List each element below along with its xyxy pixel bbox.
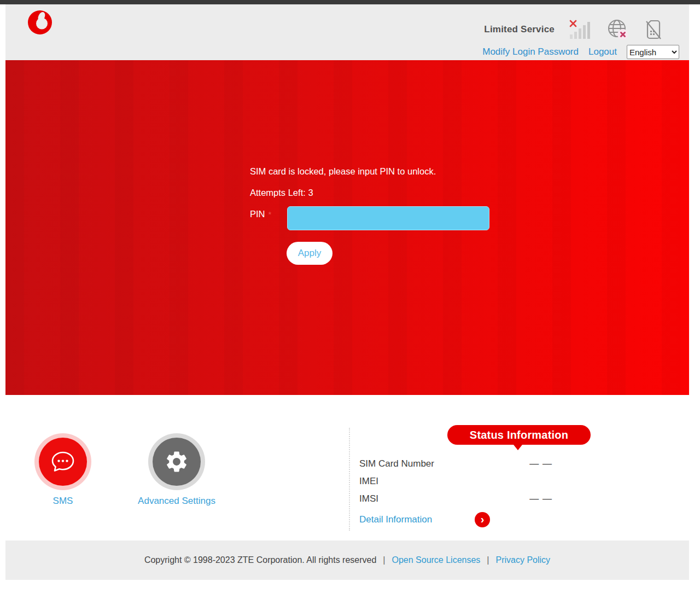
privacy-policy-link[interactable]: Privacy Policy (496, 555, 551, 565)
status-row-imei: IMEI (359, 473, 552, 490)
sms-chat-bubble-icon (49, 447, 77, 476)
attempts-left-text: Attempts Left: 3 (250, 188, 313, 198)
router-admin-page: Limited Service (0, 0, 700, 593)
advanced-settings-shortcut-label[interactable]: Advanced Settings (138, 496, 215, 507)
sms-shortcut-button[interactable] (39, 438, 87, 486)
required-marker: * (269, 210, 272, 219)
footer-separator: | (487, 555, 489, 565)
section-divider (349, 428, 350, 531)
detail-information-arrow-button[interactable]: › (475, 512, 490, 527)
copyright-text: Copyright © 1998-2023 ZTE Corporation. A… (144, 555, 376, 565)
sms-shortcut-label[interactable]: SMS (53, 496, 73, 507)
open-source-licenses-link[interactable]: Open Source Licenses (392, 555, 480, 565)
status-info-list: SIM Card Number — — IMEI IMSI — — (359, 455, 552, 508)
header: Limited Service (5, 4, 689, 60)
status-pill-pointer (514, 445, 522, 450)
apply-button[interactable]: Apply (287, 242, 332, 265)
sim-locked-message: SIM card is locked, please input PIN to … (250, 166, 436, 177)
sim-lock-banner: SIM card is locked, please input PIN to … (5, 60, 689, 395)
chevron-right-icon: › (481, 514, 485, 525)
network-status-text: Limited Service (484, 24, 555, 35)
connection-status-area: Limited Service (484, 16, 663, 43)
page-container: Limited Service (5, 4, 689, 593)
status-row-label: IMEI (359, 476, 378, 487)
status-row-imsi: IMSI — — (359, 490, 552, 508)
settings-gear-icon (164, 449, 189, 474)
vodafone-logo (27, 10, 52, 35)
pin-field-label: PIN* (250, 209, 271, 219)
header-links-row: Modify Login Password Logout English (482, 45, 679, 59)
status-information-title: Status Information (447, 425, 591, 445)
footer: Copyright © 1998-2023 ZTE Corporation. A… (5, 540, 689, 580)
pin-input[interactable] (287, 206, 489, 230)
internet-disconnected-icon (605, 17, 630, 42)
status-row-value: — — (529, 458, 552, 469)
no-signal-icon (569, 20, 591, 39)
logout-link[interactable]: Logout (588, 46, 617, 57)
modify-login-password-link[interactable]: Modify Login Password (482, 46, 579, 57)
advanced-settings-shortcut-button[interactable] (153, 438, 201, 486)
language-select[interactable]: English (627, 45, 679, 59)
status-row-value: — — (529, 493, 552, 504)
status-row-label: IMSI (359, 493, 378, 504)
detail-information-link[interactable]: Detail Information (359, 514, 432, 525)
browser-top-strip (0, 0, 700, 4)
status-row-label: SIM Card Number (359, 458, 434, 469)
footer-separator: | (383, 555, 385, 565)
status-row-sim-card-number: SIM Card Number — — (359, 455, 552, 473)
no-sim-icon (644, 19, 663, 40)
dashboard-section: SMS Advanced Settings Status Information… (5, 395, 689, 540)
